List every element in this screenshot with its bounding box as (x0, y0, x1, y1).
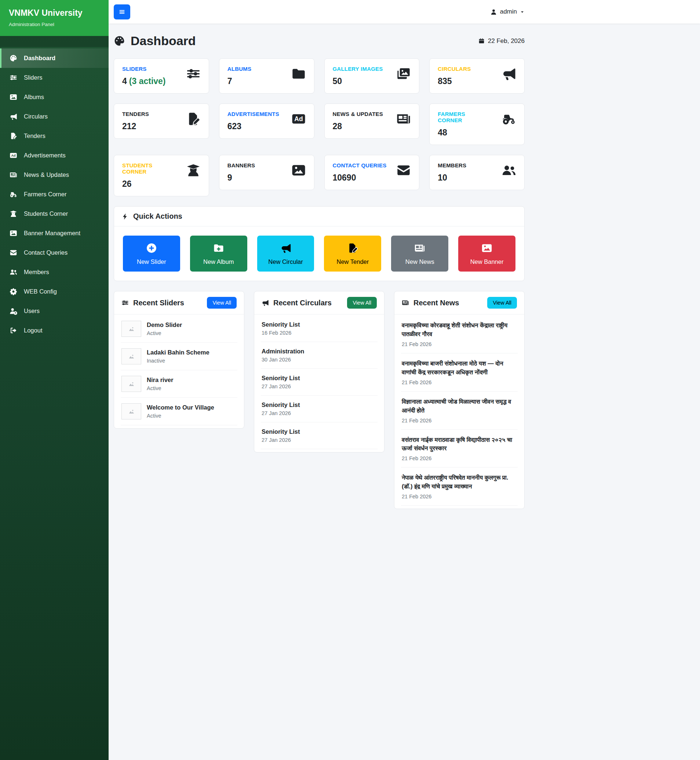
image-icon (9, 229, 17, 237)
button-label: New Banner (470, 258, 504, 265)
slider-thumbnail (122, 321, 141, 337)
sidebar-item-logout[interactable]: Logout (0, 321, 109, 340)
sidebar-item-tenders[interactable]: Tenders (0, 126, 109, 146)
slider-title: Nira river (147, 377, 173, 383)
circular-date: 27 Jan 2026 (262, 437, 377, 443)
sidebar-item-banner-management[interactable]: Banner Management (0, 224, 109, 243)
file-pen-icon (347, 242, 358, 253)
sidebar-item-label: Members (24, 269, 49, 275)
sidebar-item-contact-queries[interactable]: Contact Queries (0, 243, 109, 263)
caret-down-icon (520, 9, 525, 14)
page-header: Dashboard 22 Feb, 2026 (114, 34, 525, 48)
bullhorn-icon (502, 66, 516, 81)
slider-title: Ladaki Bahin Scheme (147, 349, 209, 356)
news-list-item: वनामकृविच्या बाजरी संशोधनाला मोठे यश — द… (401, 353, 518, 392)
slider-title: Demo Slider (147, 322, 182, 328)
logout-icon (9, 327, 17, 334)
stat-value: 7 (228, 76, 251, 86)
new-slider-button[interactable]: New Slider (123, 236, 180, 272)
stat-value: 50 (333, 76, 383, 86)
new-album-button[interactable]: New Album (190, 236, 247, 272)
user-menu[interactable]: admin (490, 8, 525, 16)
palette-icon (114, 35, 125, 47)
circular-title: Seniority List (262, 428, 377, 435)
sidebar-item-students-corner[interactable]: Students Corner (0, 204, 109, 224)
stat-value: 26 (122, 179, 166, 189)
users-icon (502, 163, 516, 178)
view-all-sliders-button[interactable]: View All (207, 297, 237, 309)
news-title: वनामकृविच्या बाजरी संशोधनाला मोठे यश — द… (402, 359, 517, 377)
sidebar-item-label: WEB Config (24, 288, 57, 295)
circular-title: Seniority List (262, 375, 377, 382)
sidebar-item-label: Tenders (24, 133, 45, 139)
view-all-circulars-button[interactable]: View All (347, 297, 377, 309)
sidebar-item-users[interactable]: Users (0, 301, 109, 321)
brand-title: VNMKV University (9, 8, 100, 18)
broken-image-icon (128, 353, 134, 360)
newspaper-icon (396, 111, 411, 126)
sidebar: VNMKV University Administration Panel Da… (0, 0, 109, 760)
stat-card-banners: BANNERS 9 (219, 155, 314, 190)
sidebar-item-advertisements[interactable]: Ad Advertisements (0, 146, 109, 165)
recent-sliders-panel: Recent Sliders View All Demo Slider Acti… (114, 291, 244, 428)
stat-active-count: (3 active) (129, 76, 166, 86)
circular-title: Seniority List (262, 402, 377, 408)
new-news-button[interactable]: New News (391, 236, 448, 272)
newspaper-icon (402, 299, 409, 307)
sidebar-item-news-updates[interactable]: News & Updates (0, 165, 109, 185)
stat-label: ADVERTISEMENTS (228, 111, 279, 117)
sidebar-nav: Dashboard Sliders Albums Circulars Tende… (0, 47, 109, 351)
newspaper-icon (414, 242, 425, 253)
recent-circulars-panel: Recent Circulars View All Seniority List… (254, 291, 384, 452)
new-banner-button[interactable]: New Banner (458, 236, 516, 272)
sidebar-item-label: Albums (24, 94, 44, 100)
view-all-news-button[interactable]: View All (487, 297, 517, 309)
news-list-item: विज्ञानाला अध्यात्माची जोड मिळाल्यास जीव… (401, 392, 518, 430)
button-label: New Tender (337, 258, 369, 265)
sidebar-item-farmers-corner[interactable]: Farmers Corner (0, 185, 109, 204)
circular-list-item: Seniority List 27 Jan 2026 (261, 369, 378, 396)
bullhorn-icon (9, 113, 17, 120)
sidebar-item-dashboard[interactable]: Dashboard (0, 48, 109, 68)
file-pen-icon (186, 111, 201, 126)
circular-date: 27 Jan 2026 (262, 383, 377, 389)
circular-date: 27 Jan 2026 (262, 410, 377, 416)
news-title: वसंतराव नाईक मराठवाडा कृषि विद्यापीठास २… (402, 436, 517, 453)
svg-text:Ad: Ad (294, 115, 303, 123)
sidebar-item-albums[interactable]: Albums (0, 88, 109, 107)
new-circular-button[interactable]: New Circular (257, 236, 314, 272)
sidebar-toggle-button[interactable] (114, 5, 130, 19)
news-list-item: वसंतराव नाईक मराठवाडा कृषि विद्यापीठास २… (401, 430, 518, 468)
sidebar-item-circulars[interactable]: Circulars (0, 107, 109, 126)
ad-icon: Ad (9, 152, 17, 159)
page-title-text: Dashboard (131, 34, 196, 48)
news-title: विज्ञानाला अध्यात्माची जोड मिळाल्यास जीव… (402, 397, 517, 415)
user-graduate-icon (9, 210, 17, 217)
sidebar-item-members[interactable]: Members (0, 263, 109, 282)
sidebar-item-label: Circulars (24, 113, 48, 120)
svg-text:Ad: Ad (11, 154, 16, 158)
slider-list-item: Welcome to Our Village Active (121, 398, 238, 425)
stats-grid: SLIDERS 4(3 active) ALBUMS 7 GALLERY IMA… (114, 58, 525, 196)
stat-card-albums: ALBUMS 7 (219, 58, 314, 94)
user-icon (490, 8, 497, 16)
tractor-icon (502, 111, 516, 126)
circular-date: 30 Jan 2026 (262, 357, 377, 363)
stat-label: NEWS & UPDATES (333, 111, 383, 117)
stat-value: 10690 (333, 173, 387, 183)
photo-icon (9, 93, 17, 101)
image-icon (291, 163, 306, 178)
sidebar-item-web-config[interactable]: WEB Config (0, 282, 109, 301)
newspaper-icon (9, 171, 17, 179)
folder-plus-icon (213, 242, 224, 253)
sidebar-item-label: Students Corner (24, 210, 68, 217)
new-tender-button[interactable]: New Tender (324, 236, 381, 272)
stat-card-advertisements: ADVERTISEMENTS 623 Ad (219, 103, 314, 139)
sidebar-item-sliders[interactable]: Sliders (0, 68, 109, 88)
slider-list-item: Demo Slider Active (121, 315, 238, 343)
stat-value: 4(3 active) (122, 76, 166, 86)
stat-card-circulars: CIRCULARS 835 (429, 58, 525, 94)
stat-label: CIRCULARS (438, 66, 471, 72)
brand: VNMKV University Administration Panel (0, 0, 109, 36)
news-date: 21 Feb 2026 (402, 418, 517, 424)
